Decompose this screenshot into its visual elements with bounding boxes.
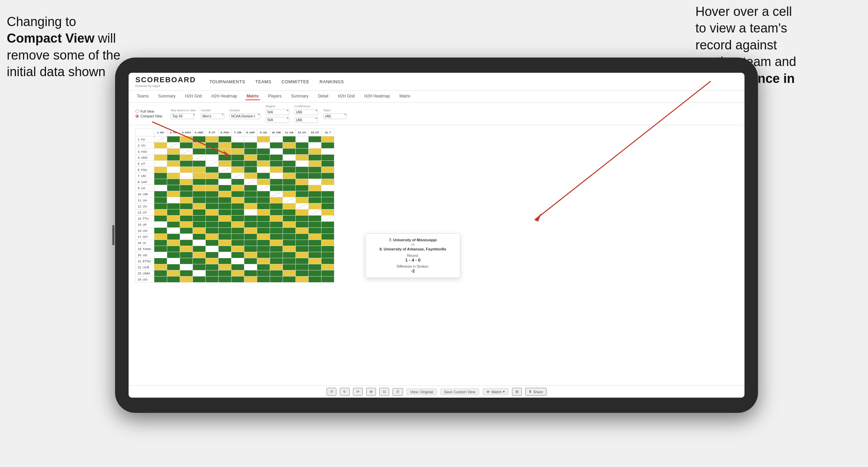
matrix-cell[interactable]	[309, 155, 321, 161]
matrix-cell[interactable]	[257, 203, 270, 209]
matrix-cell[interactable]	[154, 179, 167, 185]
matrix-cell[interactable]	[206, 240, 219, 246]
matrix-cell[interactable]	[257, 252, 270, 258]
matrix-cell[interactable]	[231, 161, 244, 167]
matrix-cell[interactable]	[283, 252, 296, 258]
matrix-cell[interactable]	[180, 149, 193, 155]
matrix-cell[interactable]	[154, 191, 167, 197]
matrix-cell[interactable]	[309, 228, 321, 234]
matrix-cell[interactable]	[180, 264, 193, 270]
matrix-cell[interactable]	[231, 197, 244, 203]
matrix-cell[interactable]	[206, 167, 219, 173]
matrix-cell[interactable]	[257, 246, 270, 252]
matrix-cell[interactable]	[257, 161, 270, 167]
matrix-cell[interactable]	[167, 142, 180, 149]
matrix-cell[interactable]	[257, 276, 270, 283]
matrix-cell[interactable]	[270, 203, 283, 209]
matrix-cell[interactable]	[270, 191, 283, 197]
matrix-cell[interactable]	[244, 228, 257, 234]
max-teams-select[interactable]: Top 50	[171, 113, 194, 119]
watch-button[interactable]: 👁 Watch ▾	[483, 388, 509, 395]
matrix-cell[interactable]	[206, 252, 219, 258]
matrix-cell[interactable]	[283, 167, 296, 173]
matrix-cell[interactable]	[154, 270, 167, 276]
matrix-cell[interactable]	[180, 191, 193, 197]
matrix-cell[interactable]	[193, 240, 206, 246]
matrix-cell[interactable]	[206, 222, 219, 228]
matrix-cell[interactable]	[154, 276, 167, 283]
matrix-cell[interactable]	[257, 209, 270, 216]
tab-h2h-heatmap2[interactable]: H2H Heatmap	[363, 93, 391, 100]
matrix-cell[interactable]	[244, 258, 257, 264]
matrix-cell[interactable]	[321, 209, 334, 216]
matrix-cell[interactable]	[244, 161, 257, 167]
main-content[interactable]: 1. AU 2. VU 3. ASU 4. UNC 5. UT 6. FSU 7…	[129, 125, 744, 385]
matrix-cell[interactable]	[257, 264, 270, 270]
matrix-cell[interactable]	[219, 167, 231, 173]
matrix-cell[interactable]	[321, 179, 334, 185]
matrix-cell[interactable]	[154, 264, 167, 270]
matrix-cell[interactable]	[309, 252, 321, 258]
matrix-cell[interactable]	[257, 191, 270, 197]
division-select[interactable]: NCAA Division I	[229, 113, 261, 119]
matrix-cell[interactable]	[283, 185, 296, 191]
matrix-cell[interactable]	[206, 185, 219, 191]
matrix-cell[interactable]	[206, 209, 219, 216]
matrix-cell[interactable]	[167, 258, 180, 264]
tab-players[interactable]: Players	[267, 93, 283, 100]
matrix-cell[interactable]	[167, 234, 180, 240]
matrix-cell[interactable]	[309, 222, 321, 228]
matrix-cell[interactable]	[244, 270, 257, 276]
matrix-cell[interactable]	[180, 185, 193, 191]
matrix-cell[interactable]	[219, 276, 231, 283]
matrix-wrapper[interactable]: 1. AU 2. VU 3. ASU 4. UNC 5. UT 6. FSU 7…	[129, 125, 744, 385]
matrix-cell[interactable]	[283, 246, 296, 252]
matrix-cell[interactable]	[321, 173, 334, 179]
matrix-cell[interactable]	[309, 136, 321, 142]
matrix-cell[interactable]	[270, 173, 283, 179]
matrix-cell[interactable]	[193, 264, 206, 270]
matrix-cell[interactable]	[167, 167, 180, 173]
matrix-cell[interactable]	[193, 276, 206, 283]
tab-matrix2[interactable]: Matrix	[398, 93, 412, 100]
matrix-cell[interactable]	[219, 209, 231, 216]
matrix-cell[interactable]	[321, 197, 334, 203]
matrix-cell[interactable]	[244, 234, 257, 240]
matrix-cell[interactable]	[270, 142, 283, 149]
matrix-cell[interactable]	[270, 240, 283, 246]
matrix-cell[interactable]	[257, 136, 270, 142]
matrix-cell[interactable]	[206, 142, 219, 149]
matrix-cell[interactable]	[154, 246, 167, 252]
matrix-cell[interactable]	[206, 155, 219, 161]
matrix-cell[interactable]	[283, 161, 296, 167]
matrix-cell[interactable]	[257, 240, 270, 246]
matrix-cell[interactable]	[154, 222, 167, 228]
matrix-cell[interactable]	[167, 203, 180, 209]
matrix-cell[interactable]	[180, 155, 193, 161]
matrix-cell[interactable]	[180, 197, 193, 203]
matrix-cell[interactable]	[244, 276, 257, 283]
matrix-cell[interactable]	[231, 222, 244, 228]
matrix-cell[interactable]	[244, 142, 257, 149]
matrix-cell[interactable]	[219, 252, 231, 258]
matrix-cell[interactable]	[219, 155, 231, 161]
matrix-cell[interactable]	[270, 216, 283, 222]
matrix-cell[interactable]	[231, 252, 244, 258]
matrix-cell[interactable]	[231, 173, 244, 179]
tab-matrix[interactable]: Matrix	[245, 93, 260, 100]
matrix-cell[interactable]	[231, 179, 244, 185]
reset-button[interactable]: ⟳	[353, 388, 363, 396]
matrix-cell[interactable]	[296, 155, 309, 161]
tab-teams[interactable]: Teams	[135, 93, 150, 100]
matrix-cell[interactable]	[296, 167, 309, 173]
matrix-cell[interactable]	[154, 203, 167, 209]
matrix-cell[interactable]	[206, 197, 219, 203]
matrix-cell[interactable]	[206, 258, 219, 264]
matrix-cell[interactable]	[244, 240, 257, 246]
matrix-cell[interactable]	[219, 161, 231, 167]
matrix-cell[interactable]	[167, 222, 180, 228]
gender-select[interactable]: Men's	[201, 113, 224, 119]
matrix-cell[interactable]	[154, 136, 167, 142]
matrix-cell[interactable]	[283, 209, 296, 216]
matrix-cell[interactable]	[180, 258, 193, 264]
